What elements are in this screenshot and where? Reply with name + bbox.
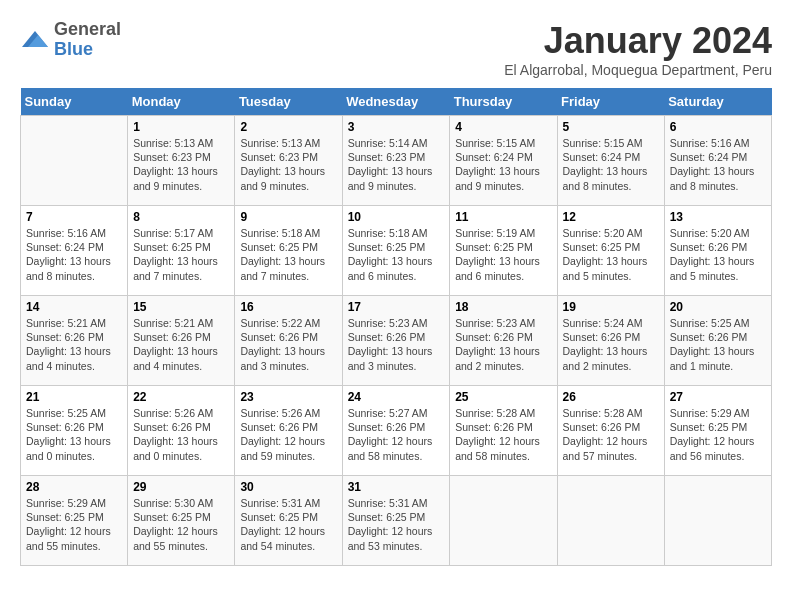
calendar-title: January 2024 xyxy=(504,20,772,62)
day-cell: 4Sunrise: 5:15 AMSunset: 6:24 PMDaylight… xyxy=(450,116,557,206)
day-info: Sunrise: 5:31 AMSunset: 6:25 PMDaylight:… xyxy=(348,496,445,553)
day-info: Sunrise: 5:23 AMSunset: 6:26 PMDaylight:… xyxy=(455,316,551,373)
day-info: Sunrise: 5:19 AMSunset: 6:25 PMDaylight:… xyxy=(455,226,551,283)
day-cell: 24Sunrise: 5:27 AMSunset: 6:26 PMDayligh… xyxy=(342,386,450,476)
logo-icon xyxy=(20,25,50,55)
day-cell: 2Sunrise: 5:13 AMSunset: 6:23 PMDaylight… xyxy=(235,116,342,206)
day-number: 11 xyxy=(455,210,551,224)
week-row-5: 28Sunrise: 5:29 AMSunset: 6:25 PMDayligh… xyxy=(21,476,772,566)
day-cell xyxy=(21,116,128,206)
day-info: Sunrise: 5:22 AMSunset: 6:26 PMDaylight:… xyxy=(240,316,336,373)
day-info: Sunrise: 5:28 AMSunset: 6:26 PMDaylight:… xyxy=(563,406,659,463)
day-info: Sunrise: 5:23 AMSunset: 6:26 PMDaylight:… xyxy=(348,316,445,373)
day-cell: 18Sunrise: 5:23 AMSunset: 6:26 PMDayligh… xyxy=(450,296,557,386)
page-header: General Blue January 2024 El Algarrobal,… xyxy=(20,20,772,78)
day-info: Sunrise: 5:15 AMSunset: 6:24 PMDaylight:… xyxy=(455,136,551,193)
day-cell: 1Sunrise: 5:13 AMSunset: 6:23 PMDaylight… xyxy=(128,116,235,206)
calendar-table: SundayMondayTuesdayWednesdayThursdayFrid… xyxy=(20,88,772,566)
day-number: 16 xyxy=(240,300,336,314)
day-info: Sunrise: 5:29 AMSunset: 6:25 PMDaylight:… xyxy=(26,496,122,553)
day-cell: 19Sunrise: 5:24 AMSunset: 6:26 PMDayligh… xyxy=(557,296,664,386)
day-header-sunday: Sunday xyxy=(21,88,128,116)
day-info: Sunrise: 5:16 AMSunset: 6:24 PMDaylight:… xyxy=(670,136,766,193)
day-number: 21 xyxy=(26,390,122,404)
day-number: 14 xyxy=(26,300,122,314)
day-cell: 27Sunrise: 5:29 AMSunset: 6:25 PMDayligh… xyxy=(664,386,771,476)
day-info: Sunrise: 5:29 AMSunset: 6:25 PMDaylight:… xyxy=(670,406,766,463)
day-header-friday: Friday xyxy=(557,88,664,116)
calendar-subtitle: El Algarrobal, Moquegua Department, Peru xyxy=(504,62,772,78)
logo-general: General xyxy=(54,20,121,40)
week-row-1: 1Sunrise: 5:13 AMSunset: 6:23 PMDaylight… xyxy=(21,116,772,206)
day-number: 31 xyxy=(348,480,445,494)
day-number: 4 xyxy=(455,120,551,134)
day-cell: 22Sunrise: 5:26 AMSunset: 6:26 PMDayligh… xyxy=(128,386,235,476)
day-number: 17 xyxy=(348,300,445,314)
day-info: Sunrise: 5:30 AMSunset: 6:25 PMDaylight:… xyxy=(133,496,229,553)
week-row-3: 14Sunrise: 5:21 AMSunset: 6:26 PMDayligh… xyxy=(21,296,772,386)
day-cell: 12Sunrise: 5:20 AMSunset: 6:25 PMDayligh… xyxy=(557,206,664,296)
day-cell: 26Sunrise: 5:28 AMSunset: 6:26 PMDayligh… xyxy=(557,386,664,476)
day-header-saturday: Saturday xyxy=(664,88,771,116)
day-info: Sunrise: 5:14 AMSunset: 6:23 PMDaylight:… xyxy=(348,136,445,193)
day-cell: 28Sunrise: 5:29 AMSunset: 6:25 PMDayligh… xyxy=(21,476,128,566)
day-number: 19 xyxy=(563,300,659,314)
day-info: Sunrise: 5:17 AMSunset: 6:25 PMDaylight:… xyxy=(133,226,229,283)
day-number: 25 xyxy=(455,390,551,404)
day-cell xyxy=(557,476,664,566)
day-number: 18 xyxy=(455,300,551,314)
day-cell: 14Sunrise: 5:21 AMSunset: 6:26 PMDayligh… xyxy=(21,296,128,386)
day-info: Sunrise: 5:27 AMSunset: 6:26 PMDaylight:… xyxy=(348,406,445,463)
day-info: Sunrise: 5:21 AMSunset: 6:26 PMDaylight:… xyxy=(133,316,229,373)
day-cell: 7Sunrise: 5:16 AMSunset: 6:24 PMDaylight… xyxy=(21,206,128,296)
day-cell: 11Sunrise: 5:19 AMSunset: 6:25 PMDayligh… xyxy=(450,206,557,296)
day-number: 8 xyxy=(133,210,229,224)
day-info: Sunrise: 5:21 AMSunset: 6:26 PMDaylight:… xyxy=(26,316,122,373)
day-info: Sunrise: 5:13 AMSunset: 6:23 PMDaylight:… xyxy=(133,136,229,193)
day-cell: 25Sunrise: 5:28 AMSunset: 6:26 PMDayligh… xyxy=(450,386,557,476)
day-cell: 5Sunrise: 5:15 AMSunset: 6:24 PMDaylight… xyxy=(557,116,664,206)
day-cell: 23Sunrise: 5:26 AMSunset: 6:26 PMDayligh… xyxy=(235,386,342,476)
day-info: Sunrise: 5:16 AMSunset: 6:24 PMDaylight:… xyxy=(26,226,122,283)
week-row-4: 21Sunrise: 5:25 AMSunset: 6:26 PMDayligh… xyxy=(21,386,772,476)
day-cell xyxy=(450,476,557,566)
day-number: 3 xyxy=(348,120,445,134)
day-number: 6 xyxy=(670,120,766,134)
day-number: 24 xyxy=(348,390,445,404)
logo-text: General Blue xyxy=(54,20,121,60)
day-cell: 8Sunrise: 5:17 AMSunset: 6:25 PMDaylight… xyxy=(128,206,235,296)
day-info: Sunrise: 5:25 AMSunset: 6:26 PMDaylight:… xyxy=(26,406,122,463)
day-header-monday: Monday xyxy=(128,88,235,116)
day-cell: 21Sunrise: 5:25 AMSunset: 6:26 PMDayligh… xyxy=(21,386,128,476)
day-cell: 6Sunrise: 5:16 AMSunset: 6:24 PMDaylight… xyxy=(664,116,771,206)
day-info: Sunrise: 5:18 AMSunset: 6:25 PMDaylight:… xyxy=(348,226,445,283)
day-header-thursday: Thursday xyxy=(450,88,557,116)
day-info: Sunrise: 5:31 AMSunset: 6:25 PMDaylight:… xyxy=(240,496,336,553)
day-number: 29 xyxy=(133,480,229,494)
day-info: Sunrise: 5:28 AMSunset: 6:26 PMDaylight:… xyxy=(455,406,551,463)
day-cell: 15Sunrise: 5:21 AMSunset: 6:26 PMDayligh… xyxy=(128,296,235,386)
day-number: 13 xyxy=(670,210,766,224)
day-cell: 9Sunrise: 5:18 AMSunset: 6:25 PMDaylight… xyxy=(235,206,342,296)
day-cell: 16Sunrise: 5:22 AMSunset: 6:26 PMDayligh… xyxy=(235,296,342,386)
day-cell: 20Sunrise: 5:25 AMSunset: 6:26 PMDayligh… xyxy=(664,296,771,386)
day-number: 1 xyxy=(133,120,229,134)
day-cell: 17Sunrise: 5:23 AMSunset: 6:26 PMDayligh… xyxy=(342,296,450,386)
day-number: 2 xyxy=(240,120,336,134)
day-number: 22 xyxy=(133,390,229,404)
day-number: 28 xyxy=(26,480,122,494)
day-number: 30 xyxy=(240,480,336,494)
day-cell: 13Sunrise: 5:20 AMSunset: 6:26 PMDayligh… xyxy=(664,206,771,296)
day-header-wednesday: Wednesday xyxy=(342,88,450,116)
day-cell: 31Sunrise: 5:31 AMSunset: 6:25 PMDayligh… xyxy=(342,476,450,566)
day-number: 20 xyxy=(670,300,766,314)
day-number: 9 xyxy=(240,210,336,224)
day-number: 27 xyxy=(670,390,766,404)
logo-blue: Blue xyxy=(54,40,121,60)
day-info: Sunrise: 5:20 AMSunset: 6:26 PMDaylight:… xyxy=(670,226,766,283)
day-number: 7 xyxy=(26,210,122,224)
day-info: Sunrise: 5:20 AMSunset: 6:25 PMDaylight:… xyxy=(563,226,659,283)
day-info: Sunrise: 5:13 AMSunset: 6:23 PMDaylight:… xyxy=(240,136,336,193)
day-info: Sunrise: 5:15 AMSunset: 6:24 PMDaylight:… xyxy=(563,136,659,193)
day-number: 5 xyxy=(563,120,659,134)
